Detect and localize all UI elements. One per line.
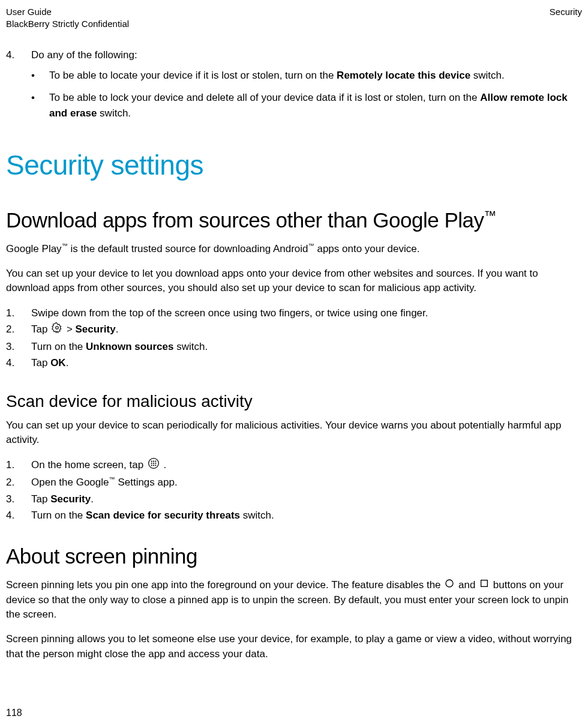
circle-icon — [445, 578, 454, 593]
svg-point-5 — [151, 463, 152, 464]
download-heading: Download apps from sources other than Go… — [6, 208, 582, 232]
bullet-mark: • — [31, 90, 49, 121]
step-text: Tap OK. — [31, 355, 582, 371]
confidential-label: BlackBerry Strictly Confidential — [6, 18, 129, 30]
pinning-heading: About screen pinning — [6, 544, 582, 568]
step-number: 4. — [6, 47, 31, 128]
step-text: Turn on the Unknown sources switch. — [31, 339, 582, 355]
scan-steps: 1. On the home screen, tap — [6, 457, 582, 523]
list-item: 3. Tap Security. — [6, 492, 582, 507]
step-text: On the home screen, tap — [31, 457, 582, 474]
bullet-list: • To be able to locate your device if it… — [31, 68, 582, 121]
svg-point-2 — [151, 461, 152, 462]
download-section: Download apps from sources other than Go… — [6, 208, 582, 371]
square-icon — [479, 578, 489, 593]
page-number: 118 — [6, 708, 22, 718]
svg-point-4 — [155, 461, 156, 462]
step-number: 3. — [6, 339, 31, 355]
scan-section: Scan device for malicious activity You c… — [6, 392, 582, 523]
list-item: 1. Swipe down from the top of the screen… — [6, 305, 582, 321]
svg-point-9 — [153, 465, 154, 466]
list-item: 4. Turn on the Scan device for security … — [6, 508, 582, 523]
bullet-item: • To be able to locate your device if it… — [31, 68, 582, 83]
header-left: User Guide BlackBerry Strictly Confident… — [6, 6, 129, 29]
list-item: 2. Open the Google™ Settings app. — [6, 475, 582, 490]
step-text: Open the Google™ Settings app. — [31, 475, 582, 490]
list-item: 2. Tap > Security. — [6, 322, 582, 337]
download-para1: Google Play™ is the default trusted sour… — [6, 242, 582, 257]
section-label: Security — [550, 6, 582, 18]
list-item: 3. Turn on the Unknown sources switch. — [6, 339, 582, 355]
header-right: Security — [550, 6, 582, 29]
svg-rect-12 — [481, 580, 488, 587]
pinning-section: About screen pinning Screen pinning lets… — [6, 544, 582, 661]
bullet-text: To be able to locate your device if it i… — [49, 68, 505, 83]
svg-point-6 — [153, 463, 154, 464]
download-para2: You can set up your device to let you do… — [6, 266, 582, 296]
step-text: Tap Security. — [31, 492, 582, 507]
scan-heading: Scan device for malicious activity — [6, 392, 582, 411]
pinning-para2: Screen pinning allows you to let someone… — [6, 632, 582, 661]
scan-para: You can set up your device to scan perio… — [6, 418, 582, 448]
page-header: User Guide BlackBerry Strictly Confident… — [6, 6, 582, 29]
svg-point-7 — [155, 463, 156, 464]
step-text: Swipe down from the top of the screen on… — [31, 305, 582, 321]
guide-label: User Guide — [6, 6, 129, 18]
apps-icon — [148, 457, 160, 474]
step-content: Do any of the following: • To be able to… — [31, 47, 582, 128]
step-4: 4. Do any of the following: • To be able… — [6, 47, 582, 128]
step-number: 1. — [6, 305, 31, 321]
step-text: Turn on the Scan device for security thr… — [31, 508, 582, 523]
step-number: 4. — [6, 508, 31, 523]
step-text: Tap > Security. — [31, 322, 582, 337]
list-item: 1. On the home screen, tap — [6, 457, 582, 474]
step-number: 2. — [6, 475, 31, 490]
step-intro: Do any of the following: — [31, 49, 137, 61]
bullet-text: To be able to lock your device and delet… — [49, 90, 582, 121]
list-item: 4. Tap OK. — [6, 355, 582, 371]
bullet-mark: • — [31, 68, 49, 83]
svg-point-8 — [151, 465, 152, 466]
step-number: 1. — [6, 457, 31, 474]
download-steps: 1. Swipe down from the top of the screen… — [6, 305, 582, 371]
settings-icon — [52, 322, 62, 338]
top-step-list: 4. Do any of the following: • To be able… — [6, 47, 582, 128]
step-number: 2. — [6, 322, 31, 337]
pinning-para1: Screen pinning lets you pin one app into… — [6, 578, 582, 622]
main-heading: Security settings — [6, 149, 582, 181]
svg-point-0 — [56, 326, 59, 329]
svg-point-10 — [155, 465, 156, 466]
svg-point-11 — [446, 580, 453, 587]
step-number: 4. — [6, 355, 31, 371]
step-number: 3. — [6, 492, 31, 507]
bullet-item: • To be able to lock your device and del… — [31, 90, 582, 121]
svg-point-3 — [153, 461, 154, 462]
